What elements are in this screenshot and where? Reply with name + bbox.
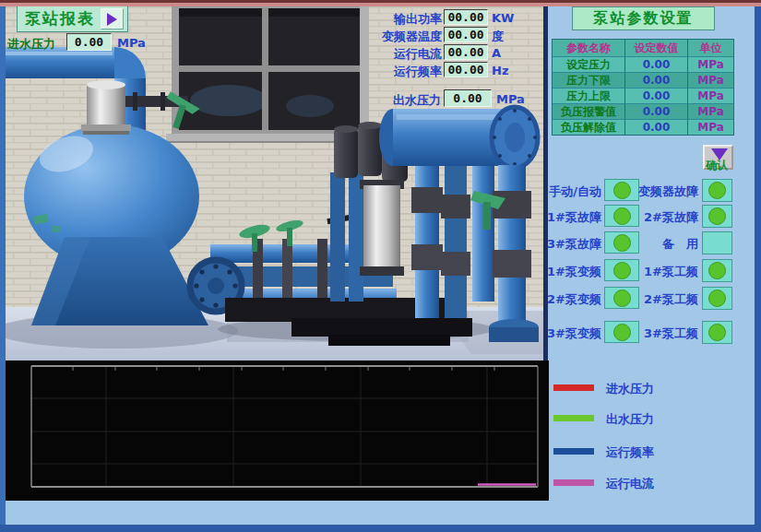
status-lamp-vfd-fault — [702, 179, 732, 202]
param-unit: MPa — [688, 119, 733, 135]
param-header-value: 设定数值 — [625, 40, 688, 56]
inlet-pressure-label: 进水压力 — [7, 36, 55, 53]
window-border-top-highlight — [0, 3, 761, 6]
metric-label-vfd-temp: 变频器温度 — [355, 29, 442, 45]
legend-swatch-run-frequency — [553, 448, 594, 455]
panel-divider — [543, 6, 548, 361]
param-name: 压力下限 — [553, 72, 625, 88]
outlet-pressure-unit: MPa — [496, 92, 525, 106]
legend-label-inlet-pressure: 进水压力 — [606, 381, 654, 397]
window-border-bottom — [0, 525, 761, 532]
window-border-right — [755, 6, 761, 526]
status-label-vfd-fault: 变频器故障 — [624, 183, 698, 200]
status-label-pump2-mains: 2#泵工频 — [624, 291, 698, 308]
legend-swatch-inlet-pressure — [553, 384, 594, 391]
status-label-spare: 备 用 — [624, 236, 698, 253]
param-value-input[interactable]: 0.00 — [625, 56, 688, 72]
legend-swatch-run-current — [553, 479, 594, 486]
outlet-pressure-value: 0.00 — [444, 89, 492, 107]
trend-chart — [6, 361, 549, 501]
status-lamp-pump1-mains — [702, 259, 732, 282]
param-header-unit: 单位 — [688, 40, 733, 56]
lamp-icon — [708, 182, 726, 199]
inlet-pressure-unit: MPa — [117, 36, 146, 50]
metric-label-run-frequency: 运行频率 — [355, 64, 442, 80]
status-label-pump2-vfd: 2#泵变频 — [531, 291, 601, 308]
pump-column — [330, 172, 345, 301]
param-name: 负压报警值 — [553, 103, 625, 119]
metric-value-output-power: 00.00 — [444, 9, 488, 25]
param-row: 负压解除值 0.00 MPa — [553, 119, 733, 135]
status-lamp-pump2-fault — [702, 205, 732, 228]
inlet-pressure-value: 0.00 — [66, 33, 112, 51]
status-label-pump1-vfd: 1#泵变频 — [531, 264, 601, 280]
param-header-name: 参数名称 — [553, 40, 625, 56]
legend-label-run-frequency: 运行频率 — [606, 444, 654, 461]
param-unit: MPa — [688, 56, 733, 72]
lamp-icon — [708, 324, 726, 341]
param-table: 参数名称 设定数值 单位 设定压力 0.00 MPa 压力下限 0.00 MPa… — [552, 39, 734, 136]
param-row: 压力下限 0.00 MPa — [553, 72, 733, 88]
metric-value-run-current: 00.00 — [444, 44, 488, 60]
param-unit: MPa — [688, 103, 733, 119]
trend-chart-area — [6, 361, 549, 501]
param-value-input[interactable]: 0.00 — [625, 88, 688, 103]
param-value-input[interactable]: 0.00 — [625, 119, 688, 135]
status-label-pump3-fault: 3#泵故障 — [531, 236, 601, 253]
metric-value-run-frequency: 00.00 — [444, 62, 488, 77]
status-label-pump2-fault: 2#泵故障 — [624, 209, 698, 226]
report-arrow-button[interactable] — [101, 8, 124, 30]
chrome-cap — [81, 80, 131, 135]
param-panel-title: 泵站参数设置 — [572, 6, 715, 30]
param-row: 压力上限 0.00 MPa — [553, 88, 733, 103]
param-name: 设定压力 — [553, 56, 625, 72]
legend-swatch-outlet-pressure — [553, 415, 594, 421]
report-button[interactable]: 泵站报表 — [17, 6, 128, 32]
param-value-input[interactable]: 0.00 — [625, 103, 688, 119]
lamp-icon — [708, 290, 726, 307]
param-value-input[interactable]: 0.00 — [625, 72, 688, 88]
param-name: 负压解除值 — [553, 119, 625, 135]
outlet-pressure-label: 出水压力 — [369, 92, 441, 109]
window-border-left — [0, 6, 6, 526]
status-label-pump1-fault: 1#泵故障 — [531, 209, 601, 226]
play-icon — [107, 13, 117, 26]
discharge-manifold — [379, 107, 538, 168]
status-label-manual-auto: 手动/自动 — [531, 183, 601, 200]
lamp-icon — [708, 262, 726, 279]
metric-unit-run-frequency: Hz — [492, 64, 508, 77]
metric-label-run-current: 运行电流 — [355, 46, 442, 63]
status-lamp-spare — [702, 231, 732, 254]
window — [166, 6, 375, 143]
param-table-header: 参数名称 设定数值 单位 — [553, 40, 733, 56]
param-row: 设定压力 0.00 MPa — [553, 56, 733, 72]
metric-unit-vfd-temp: 度 — [492, 29, 504, 45]
report-button-label: 泵站报表 — [25, 8, 95, 30]
status-label-pump3-mains: 3#泵工频 — [624, 325, 698, 342]
param-unit: MPa — [688, 72, 733, 88]
metric-value-vfd-temp: 00.00 — [444, 27, 488, 42]
status-label-pump3-vfd: 3#泵变频 — [531, 325, 601, 342]
hmi-pump-station-screen: 泵站报表 进水压力 0.00 MPa 输出功率 00.00 KW 变频器温度 0… — [0, 0, 761, 532]
metric-label-output-power: 输出功率 — [355, 11, 442, 28]
legend-label-outlet-pressure: 出水压力 — [606, 411, 654, 428]
status-label-pump1-mains: 1#泵工频 — [624, 264, 698, 280]
param-row: 负压报警值 0.00 MPa — [553, 103, 733, 119]
param-unit: MPa — [688, 88, 733, 103]
metric-unit-output-power: KW — [492, 11, 514, 25]
lamp-icon — [708, 207, 726, 225]
legend-label-run-current: 运行电流 — [606, 476, 654, 492]
param-name: 压力上限 — [553, 88, 625, 103]
metric-unit-run-current: A — [492, 46, 501, 60]
confirm-button[interactable]: 确认 — [703, 145, 733, 170]
status-lamp-pump2-mains — [702, 287, 732, 310]
silver-pump-body — [360, 180, 404, 276]
confirm-button-label: 确认 — [706, 158, 728, 173]
status-lamp-pump3-mains — [702, 321, 732, 344]
